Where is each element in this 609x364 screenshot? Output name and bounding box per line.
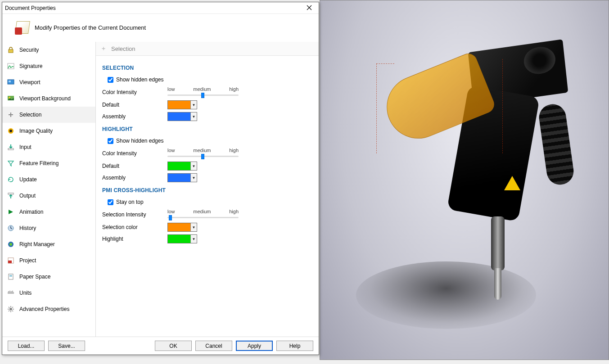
close-icon [307, 4, 312, 12]
pmi-intensity-slider[interactable] [167, 215, 239, 220]
sidebar-item-label: History [19, 225, 36, 231]
input-icon [7, 143, 15, 151]
dialog-title: Document Properties [5, 5, 302, 11]
save-button[interactable]: Save... [48, 341, 85, 351]
pmi-stay-checkbox[interactable] [108, 199, 113, 205]
lock-icon [7, 46, 15, 54]
sidebar-item-label: Units [19, 290, 32, 296]
sidebar-item-label: Project [19, 257, 36, 264]
highlight-intensity-slider[interactable] [167, 154, 239, 159]
highlight-assembly-color-button[interactable]: ▼ [167, 173, 197, 182]
history-icon [7, 224, 15, 232]
sidebar-item-viewport-background[interactable]: Viewport Background [2, 90, 95, 107]
close-button[interactable] [302, 3, 316, 13]
apply-button[interactable]: Apply [236, 341, 273, 351]
color-swatch [168, 112, 190, 121]
update-icon [7, 175, 15, 184]
selection-default-color-button[interactable]: ▼ [167, 100, 197, 109]
robot-model[interactable] [381, 45, 565, 324]
color-swatch [168, 235, 190, 243]
highlight-show-hidden-label: Show hidden edges [116, 138, 163, 144]
sidebar-item-label: Paper Space [19, 274, 50, 280]
pmi-highlight-label: Highlight [102, 236, 167, 242]
sidebar-item-label: Update [19, 176, 37, 183]
signature-icon [7, 62, 15, 70]
sidebar-item-label: Right Manager [19, 241, 55, 247]
sidebar-item-label: Viewport [19, 79, 40, 85]
pmi-selcolor-label: Selection color [102, 224, 167, 230]
titlebar[interactable]: Document Properties [2, 2, 319, 14]
selection-show-hidden-checkbox[interactable] [108, 77, 113, 83]
slider-labels: low medium high [167, 209, 239, 214]
probe-assembly [484, 216, 511, 311]
group-header-highlight: HIGHLIGHT [102, 126, 312, 132]
paper-space-icon [7, 273, 15, 281]
sidebar-item-feature-filtering[interactable]: Feature Filtering [2, 155, 95, 171]
svg-point-17 [9, 308, 12, 310]
svg-rect-13 [8, 261, 12, 263]
highlight-show-hidden-checkbox[interactable] [108, 138, 113, 144]
highlight-default-color-button[interactable]: ▼ [167, 162, 197, 171]
sidebar-item-right-manager[interactable]: Right Manager [2, 236, 95, 252]
sidebar-item-label: Viewport Background [19, 95, 71, 102]
selection-bbox-edge [376, 63, 377, 153]
svg-rect-0 [9, 49, 13, 53]
sidebar-item-input[interactable]: Input [2, 139, 95, 155]
selection-assembly-color-button[interactable]: ▼ [167, 112, 197, 121]
animation-icon [7, 208, 15, 216]
image-quality-icon [7, 127, 15, 135]
sidebar-item-image-quality[interactable]: Image Quality [2, 123, 95, 139]
highlight-intensity-label: Color Intensity [102, 150, 167, 157]
dialog-header: Modify Properties of the Current Documen… [2, 14, 319, 42]
sidebar-item-project[interactable]: Project [2, 252, 95, 269]
svg-rect-9 [8, 193, 14, 194]
rights-icon [7, 240, 15, 248]
sidebar-item-selection[interactable]: Selection [2, 107, 95, 123]
cancel-button[interactable]: Cancel [195, 341, 232, 351]
selection-intensity-slider[interactable] [167, 93, 239, 98]
slider-labels: low medium high [167, 148, 239, 153]
sidebar-item-viewport[interactable]: Viewport [2, 74, 95, 90]
ok-button[interactable]: OK [155, 341, 192, 351]
selection-icon [7, 111, 15, 119]
help-button[interactable]: Help [276, 341, 313, 351]
output-icon [7, 192, 15, 200]
color-swatch [168, 101, 190, 109]
viewport-bg-icon [7, 94, 15, 103]
svg-rect-1 [8, 63, 14, 69]
sidebar-item-advanced-properties[interactable]: Advanced Properties [2, 301, 95, 317]
3d-viewport[interactable] [320, 0, 609, 360]
svg-rect-16 [8, 292, 14, 294]
section-breadcrumb[interactable]: ＋ Selection [96, 42, 319, 56]
sidebar-item-output[interactable]: Output [2, 188, 95, 204]
sidebar-item-units[interactable]: Units [2, 285, 95, 301]
sidebar-item-security[interactable]: Security [2, 42, 95, 58]
sidebar-item-label: Image Quality [19, 128, 53, 134]
sidebar-item-label: Advanced Properties [19, 306, 69, 312]
advanced-icon [7, 305, 15, 313]
sidebar-item-update[interactable]: Update [2, 171, 95, 188]
sidebar-item-history[interactable]: History [2, 220, 95, 236]
sidebar-item-label: Security [19, 47, 39, 53]
project-icon [7, 256, 15, 265]
pmi-highlight-color-button[interactable]: ▼ [167, 234, 197, 243]
sidebar-item-label: Output [19, 193, 36, 199]
load-button[interactable]: Load... [8, 341, 45, 351]
sidebar-item-label: Feature Filtering [19, 160, 59, 166]
sidebar-item-signature[interactable]: Signature [2, 58, 95, 74]
sidebar-item-paper-space[interactable]: Paper Space [2, 269, 95, 285]
dialog-subtitle: Modify Properties of the Current Documen… [35, 24, 146, 31]
sidebar-item-animation[interactable]: Animation [2, 204, 95, 220]
svg-rect-3 [9, 81, 11, 82]
slider-labels: low medium high [167, 86, 239, 92]
pmi-intensity-label: Selection Intensity [102, 211, 167, 218]
plus-icon: ＋ [100, 45, 107, 53]
selection-bbox-edge [502, 59, 503, 153]
chevron-down-icon: ▼ [190, 162, 197, 170]
sidebar-item-label: Signature [19, 63, 42, 69]
pmi-selection-color-button[interactable]: ▼ [167, 223, 197, 232]
chevron-down-icon: ▼ [190, 223, 197, 231]
chevron-down-icon: ▼ [190, 235, 197, 243]
selection-bbox-edge [376, 63, 394, 64]
color-swatch [168, 174, 190, 182]
